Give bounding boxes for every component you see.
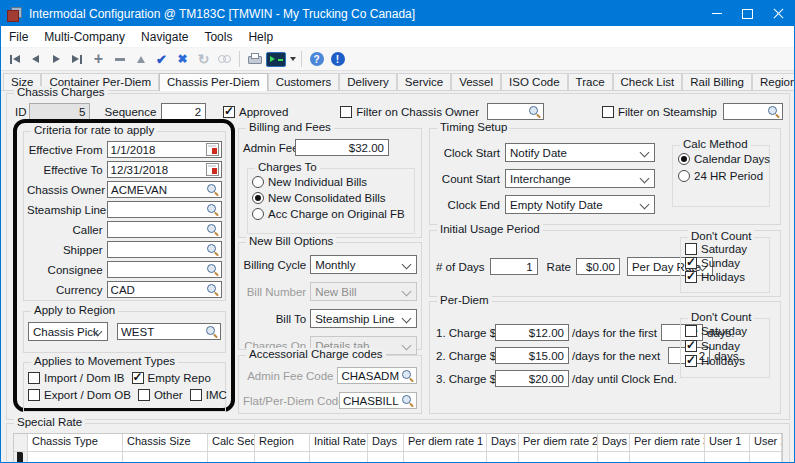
refresh-button[interactable] <box>194 49 213 69</box>
clock-start-select[interactable]: Notify Date <box>505 143 655 162</box>
steamship-line-field[interactable] <box>107 201 222 218</box>
charge3-field[interactable]: $20.00 <box>495 370 569 387</box>
imc-checkbox[interactable]: IMC <box>190 389 227 401</box>
lookup-icon[interactable] <box>401 394 414 407</box>
table-cell[interactable] <box>750 452 782 463</box>
effective-to-field[interactable]: 12/31/2018 <box>107 161 222 178</box>
approved-checkbox[interactable]: Approved <box>223 106 288 118</box>
admin-fee-code-field[interactable]: CHASADM <box>337 367 417 384</box>
row-selector-cell[interactable] <box>14 452 28 463</box>
table-cell[interactable] <box>519 452 598 463</box>
clock-end-select[interactable]: Empty Notify Date <box>505 195 655 214</box>
tab-trace[interactable]: Trace <box>568 73 613 90</box>
filter-steamship-field[interactable] <box>723 103 783 120</box>
delete-record-button[interactable] <box>110 49 129 69</box>
approved-checkbox-box[interactable] <box>223 106 235 118</box>
table-cell[interactable] <box>404 452 487 463</box>
filter-chassis-owner-checkbox[interactable]: Filter on Chassis Owner <box>340 106 479 118</box>
table-cell[interactable] <box>255 452 310 463</box>
24-hr-period-radio[interactable]: 24 HR Period <box>678 170 769 182</box>
next-record-button[interactable] <box>47 49 66 69</box>
charge1-field[interactable]: $12.00 <box>495 324 569 341</box>
currency-field[interactable]: CAD <box>107 281 222 298</box>
rate-field[interactable]: $0.00 <box>576 258 620 275</box>
special-rate-empty-row[interactable] <box>14 452 782 463</box>
last-record-button[interactable] <box>68 49 87 69</box>
table-cell[interactable] <box>487 452 519 463</box>
chassis-owner-field[interactable]: ACMEVAN <box>107 181 222 198</box>
filter-steamship-checkbox[interactable]: Filter on Steamship <box>602 106 717 118</box>
filter-chassis-owner-checkbox-box[interactable] <box>340 106 352 118</box>
bill-to-select[interactable]: Steamship Line <box>310 309 417 328</box>
calendar-days-radio[interactable]: Calendar Days <box>678 153 769 165</box>
tab-iso-code[interactable]: ISO Code <box>501 73 568 90</box>
empty-repo-checkbox[interactable]: Empty Repo <box>132 372 211 384</box>
consignee-field[interactable] <box>107 261 222 278</box>
menu-tools[interactable]: Tools <box>196 27 240 47</box>
close-button[interactable] <box>763 1 794 26</box>
region-mode-select[interactable]: Chassis Pick <box>28 322 108 341</box>
usage-holidays-checkbox[interactable]: Holidays <box>685 271 769 283</box>
about-button[interactable] <box>328 49 347 69</box>
table-cell[interactable] <box>28 452 123 463</box>
table-cell[interactable] <box>310 452 368 463</box>
lookup-icon[interactable] <box>206 183 219 196</box>
lookup-icon[interactable] <box>206 203 219 216</box>
other-checkbox[interactable]: Other <box>138 389 183 401</box>
lookup-icon[interactable] <box>206 263 219 276</box>
lookup-icon[interactable] <box>205 325 218 338</box>
filter-chassis-owner-field[interactable] <box>487 103 544 120</box>
tab-region[interactable]: Region <box>752 73 795 90</box>
count-start-select[interactable]: Interchange <box>505 169 655 188</box>
lookup-icon[interactable] <box>206 243 219 256</box>
menu-file[interactable]: File <box>1 27 36 47</box>
caller-field[interactable] <box>107 221 222 238</box>
menu-navigate[interactable]: Navigate <box>133 27 196 47</box>
new-consolidated-bills-radio[interactable]: New Consolidated Bills <box>252 192 414 204</box>
table-cell[interactable] <box>368 452 404 463</box>
tab-vessel[interactable]: Vessel <box>451 73 501 90</box>
tab-check-list[interactable]: Check List <box>613 73 683 90</box>
shipper-field[interactable] <box>107 241 222 258</box>
billing-cycle-select[interactable]: Monthly <box>310 255 417 274</box>
import-dom-ib-checkbox[interactable]: Import / Dom IB <box>28 372 125 384</box>
add-record-button[interactable] <box>89 49 108 69</box>
print-button[interactable] <box>245 49 264 69</box>
terminal-button[interactable] <box>266 49 296 69</box>
export-dom-ob-checkbox[interactable]: Export / Dom OB <box>28 389 131 401</box>
tab-delivery[interactable]: Delivery <box>339 73 397 90</box>
flat-per-diem-code-field[interactable]: CHASBILL <box>339 392 417 409</box>
calendar-icon[interactable] <box>206 163 219 176</box>
maximize-button[interactable] <box>732 1 763 26</box>
lookup-icon[interactable] <box>528 105 541 118</box>
filter-steamship-checkbox-box[interactable] <box>602 106 614 118</box>
table-cell[interactable] <box>208 452 255 463</box>
acc-charge-original-fb-radio[interactable]: Acc Charge on Original FB <box>252 208 414 220</box>
perdiem-holidays-checkbox[interactable]: Holidays <box>685 355 769 367</box>
menu-multi-company[interactable]: Multi-Company <box>36 27 133 47</box>
usage-sunday-checkbox[interactable]: Sunday <box>685 257 769 269</box>
table-cell[interactable] <box>598 452 630 463</box>
up-button[interactable] <box>131 49 150 69</box>
link-button[interactable] <box>215 49 234 69</box>
tab-service[interactable]: Service <box>397 73 451 90</box>
sequence-field[interactable]: 2 <box>161 103 206 120</box>
lookup-icon[interactable] <box>206 223 219 236</box>
num-days-field[interactable]: 1 <box>490 258 538 275</box>
region-field[interactable]: WEST <box>117 323 221 340</box>
usage-saturday-checkbox[interactable]: Saturday <box>685 243 769 255</box>
admin-fee-field[interactable]: $32.00 <box>295 139 389 156</box>
perdiem-saturday-checkbox[interactable]: Saturday <box>685 325 769 337</box>
help-button[interactable] <box>307 49 326 69</box>
table-cell[interactable] <box>705 452 750 463</box>
lookup-icon[interactable] <box>401 369 414 382</box>
tab-rail-billing[interactable]: Rail Billing <box>682 73 752 90</box>
lookup-icon[interactable] <box>767 105 780 118</box>
menu-help[interactable]: Help <box>240 27 281 47</box>
previous-record-button[interactable] <box>26 49 45 69</box>
save-button[interactable] <box>152 49 171 69</box>
effective-from-field[interactable]: 1/1/2018 <box>107 141 222 158</box>
calendar-icon[interactable] <box>206 143 219 156</box>
perdiem-sunday-checkbox[interactable]: Sunday <box>685 340 769 352</box>
minimize-button[interactable] <box>701 1 732 26</box>
